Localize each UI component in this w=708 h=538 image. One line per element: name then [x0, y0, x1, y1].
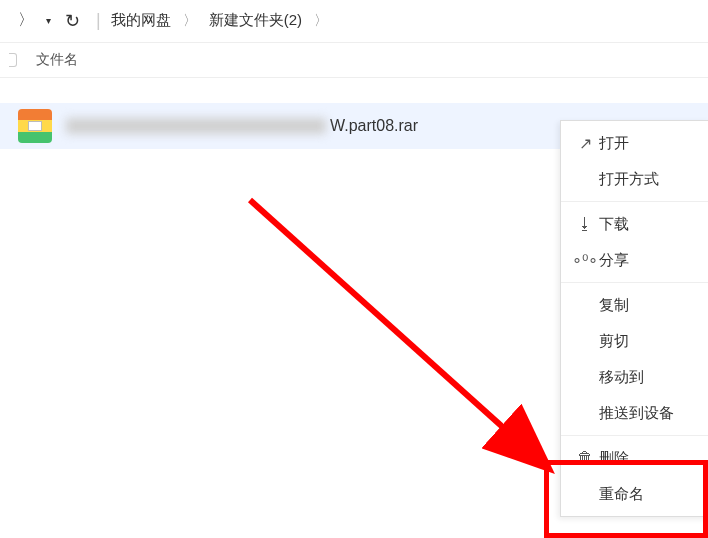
menu-item-delete[interactable]: 🗑 删除 [561, 440, 708, 476]
column-header-name[interactable]: 文件名 [36, 51, 78, 69]
menu-item-open[interactable]: ↗ 打开 [561, 125, 708, 161]
checkbox-edge-icon [9, 53, 17, 67]
breadcrumb-folder[interactable]: 新建文件夹(2) [209, 11, 302, 30]
archive-file-icon [18, 109, 52, 143]
context-menu: ↗ 打开 打开方式 ⭳ 下载 ∘⁰∘ 分享 复制 剪切 移动到 推送到设备 🗑 … [560, 120, 708, 517]
menu-item-share[interactable]: ∘⁰∘ 分享 [561, 242, 708, 278]
menu-item-open-with[interactable]: 打开方式 [561, 161, 708, 197]
annotation-arrow [230, 190, 570, 490]
menu-item-cut[interactable]: 剪切 [561, 323, 708, 359]
menu-item-rename[interactable]: 重命名 [561, 476, 708, 512]
menu-label: 剪切 [599, 332, 699, 351]
nav-forward-icon[interactable]: 〉 [18, 10, 34, 31]
menu-divider [561, 201, 708, 202]
menu-label: 下载 [599, 215, 699, 234]
chevron-right-icon: 〉 [314, 12, 328, 30]
menu-label: 分享 [599, 251, 699, 270]
breadcrumb-root[interactable]: 我的网盘 [111, 11, 171, 30]
menu-divider [561, 282, 708, 283]
svg-line-1 [250, 200, 546, 466]
select-column [2, 53, 24, 67]
chevron-right-icon: 〉 [183, 12, 197, 30]
menu-label: 打开 [599, 134, 699, 153]
file-name: W.part08.rar [66, 117, 418, 135]
menu-label: 推送到设备 [599, 404, 699, 423]
menu-item-download[interactable]: ⭳ 下载 [561, 206, 708, 242]
column-header-row: 文件名 [0, 42, 708, 78]
menu-divider [561, 435, 708, 436]
menu-label: 打开方式 [599, 170, 699, 189]
toolbar: 〉 ▾ ↻ | 我的网盘 〉 新建文件夹(2) 〉 [0, 0, 708, 42]
nav-history-dropdown-icon[interactable]: ▾ [46, 15, 51, 26]
menu-label: 复制 [599, 296, 699, 315]
refresh-icon[interactable]: ↻ [65, 10, 80, 32]
menu-label: 重命名 [599, 485, 699, 504]
menu-label: 删除 [599, 449, 699, 468]
file-name-blurred [66, 118, 326, 134]
download-icon: ⭳ [571, 215, 599, 233]
menu-label: 移动到 [599, 368, 699, 387]
share-icon: ∘⁰∘ [571, 251, 599, 270]
open-icon: ↗ [571, 134, 599, 153]
menu-item-push-to-device[interactable]: 推送到设备 [561, 395, 708, 431]
toolbar-separator: | [96, 10, 101, 31]
menu-item-move-to[interactable]: 移动到 [561, 359, 708, 395]
trash-icon: 🗑 [571, 449, 599, 467]
breadcrumb: 我的网盘 〉 新建文件夹(2) 〉 [107, 11, 336, 30]
file-name-visible: W.part08.rar [330, 117, 418, 135]
menu-item-copy[interactable]: 复制 [561, 287, 708, 323]
